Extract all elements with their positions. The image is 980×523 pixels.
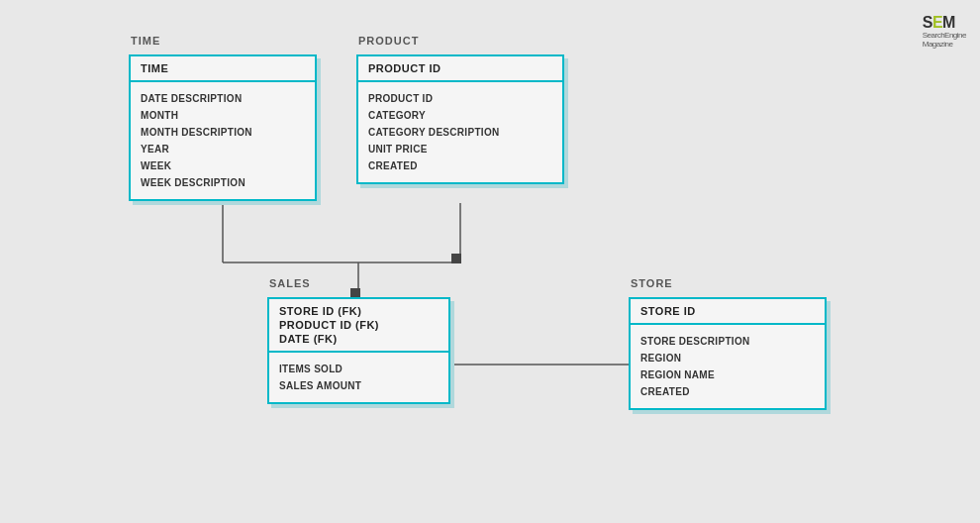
- product-field-3: CATEGORY DESCRIPTION: [368, 124, 552, 141]
- product-table-header: PRODUCT ID: [358, 56, 562, 82]
- sales-header-field-2: PRODUCT ID (FK): [279, 319, 439, 331]
- time-table: TIME TIME DATE DESCRIPTION MONTH MONTH D…: [129, 54, 317, 201]
- time-field-3: MONTH DESCRIPTION: [141, 124, 305, 141]
- logo: SEM SearchEngineMagazine: [923, 14, 966, 50]
- sales-header-field-3: DATE (FK): [279, 333, 439, 345]
- time-table-header: TIME: [131, 56, 315, 82]
- product-field-2: CATEGORY: [368, 107, 552, 124]
- store-table-header: STORE ID: [631, 299, 825, 325]
- store-field-1: STORE DESCRIPTION: [640, 333, 815, 350]
- store-table-body: STORE DESCRIPTION REGION REGION NAME CRE…: [631, 325, 825, 408]
- sales-field-2: SALES AMOUNT: [279, 377, 439, 394]
- store-field-3: REGION NAME: [640, 366, 815, 383]
- time-field-2: MONTH: [141, 107, 305, 124]
- svg-rect-6: [451, 254, 461, 263]
- store-table: STORE STORE ID STORE DESCRIPTION REGION …: [629, 297, 827, 410]
- sales-table-label: SALES: [269, 277, 311, 289]
- time-table-body: DATE DESCRIPTION MONTH MONTH DESCRIPTION…: [131, 82, 315, 199]
- sales-field-1: ITEMS SOLD: [279, 361, 439, 377]
- store-field-2: REGION: [640, 350, 815, 366]
- product-table-body: PRODUCT ID CATEGORY CATEGORY DESCRIPTION…: [358, 82, 562, 182]
- product-field-5: CREATED: [368, 157, 552, 174]
- product-table-label: PRODUCT: [358, 35, 419, 47]
- time-table-label: TIME: [131, 35, 160, 47]
- product-table: PRODUCT PRODUCT ID PRODUCT ID CATEGORY C…: [356, 54, 564, 184]
- logo-tagline: SearchEngineMagazine: [923, 32, 966, 50]
- sales-table-body: ITEMS SOLD SALES AMOUNT: [269, 353, 448, 402]
- store-table-label: STORE: [631, 277, 673, 289]
- time-field-4: YEAR: [141, 141, 305, 157]
- sales-header-field-1: STORE ID (FK): [279, 305, 439, 317]
- sales-table: SALES STORE ID (FK) PRODUCT ID (FK) DATE…: [267, 297, 450, 404]
- store-field-4: CREATED: [640, 383, 815, 400]
- time-field-1: DATE DESCRIPTION: [141, 90, 305, 107]
- product-field-4: UNIT PRICE: [368, 141, 552, 157]
- sales-table-header: STORE ID (FK) PRODUCT ID (FK) DATE (FK): [269, 299, 448, 353]
- product-field-1: PRODUCT ID: [368, 90, 552, 107]
- time-field-6: WEEK DESCRIPTION: [141, 174, 305, 191]
- logo-sem: SEM: [923, 14, 955, 31]
- time-field-5: WEEK: [141, 157, 305, 174]
